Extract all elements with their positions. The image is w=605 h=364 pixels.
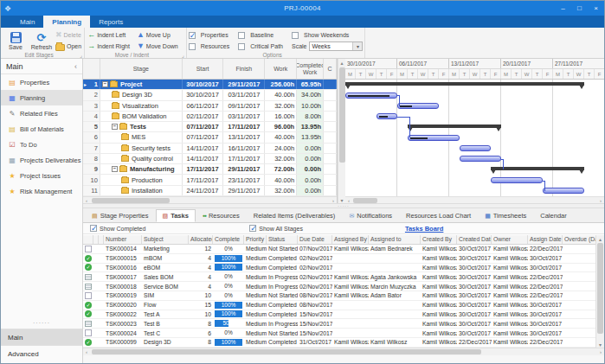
task-col-header-number[interactable]: Number: [104, 235, 142, 244]
gantt-task-bar-security-tests[interactable]: [460, 145, 491, 151]
stage-row[interactable]: 1▸−Project30/10/201729/11/2017256.00h65.…: [83, 80, 337, 90]
sidebar-item-bill-of-materials[interactable]: ▤Bill of Materials: [1, 121, 82, 137]
task-col-header-owner[interactable]: Owner: [492, 235, 528, 244]
stage-row[interactable]: 10Production17/11/201723/11/201740.00h0.…: [83, 175, 337, 185]
task-table-vscrollbar[interactable]: ▴ ▾: [595, 235, 604, 348]
task-col-header-status[interactable]: Status: [267, 235, 298, 244]
sidebar-item-to-do[interactable]: ☑To Do: [1, 137, 82, 152]
task-col-header-assigned-to[interactable]: Assigned to: [369, 235, 421, 244]
sidebar-item-planning[interactable]: ▦Planning: [1, 90, 82, 105]
gantt-summary-bar-project[interactable]: [345, 82, 584, 86]
stage-row[interactable]: 2Design 3D30/10/201703/11/201740.00h34.0…: [83, 90, 337, 100]
task-col-header-subject[interactable]: Subject: [142, 235, 189, 244]
tab-related-items-deliverables[interactable]: Related Items (Deliverables): [247, 209, 343, 222]
task-row[interactable]: ✓TSK000020Flow15100%MediumCompleted08/No…: [83, 301, 595, 310]
show-weekends-checkbox[interactable]: Show Weekends: [292, 29, 364, 41]
task-row[interactable]: TSK000018Service BOM40%MediumIn Progress…: [83, 282, 595, 291]
tab-notifications[interactable]: ✉Notifications: [342, 209, 399, 222]
refresh-button[interactable]: ⟳Refresh: [29, 29, 55, 53]
scroll-left-icon[interactable]: ‹: [83, 348, 90, 355]
sidebar-item-projects-deliverables[interactable]: ▦Projects Deliverables: [1, 152, 82, 168]
scroll-thumb[interactable]: [597, 243, 603, 334]
task-col-header-created-by[interactable]: Created By: [421, 235, 457, 244]
stage-row[interactable]: 6MES07/11/201713/11/201740.00h13.95h: [83, 132, 337, 143]
task-row[interactable]: ✓TSK000015mBOM4100%MediumCompleted02/Nov…: [83, 254, 595, 264]
stage-row[interactable]: 4BOM Validation02/11/201703/11/201716.00…: [83, 112, 337, 122]
scroll-right-icon[interactable]: ›: [597, 197, 604, 203]
gantt-summary-bar-tests[interactable]: [408, 125, 501, 128]
dialog-launcher-icon[interactable]: ⌟: [182, 52, 184, 58]
dialog-launcher-icon[interactable]: ⌟: [80, 52, 82, 58]
gantt-task-bar-installation[interactable]: [543, 188, 584, 194]
task-row[interactable]: ✓TSK000022Test A10100%MediumCompleted15/…: [83, 310, 595, 320]
critical-path-checkbox[interactable]: Critical Path: [238, 41, 283, 52]
gantt-task-bar-bom-validation[interactable]: [377, 113, 397, 119]
show-all-stages-checkbox[interactable]: Show All Stages: [249, 223, 303, 234]
task-col-header-due-date[interactable]: Due Date: [298, 235, 332, 244]
not-started-checkbox-icon[interactable]: [85, 292, 92, 299]
task-row[interactable]: TSK000017Sales BOM40%MediumIn Progress02…: [83, 272, 595, 282]
stage-col-header-c[interactable]: C: [324, 59, 337, 79]
tasks-board-link[interactable]: Tasks Board: [405, 225, 443, 233]
task-col-header-allocated[interactable]: Allocated: [189, 235, 213, 244]
not-started-checkbox-icon[interactable]: [85, 246, 92, 252]
baseline-checkbox[interactable]: Baseline: [238, 29, 283, 41]
properties-checkbox[interactable]: Properties: [189, 29, 229, 41]
task-row[interactable]: TSK000014Marketing120%MediumNot Started0…: [83, 245, 595, 254]
close-button[interactable]: ×: [588, 1, 604, 16]
task-table-hscrollbar[interactable]: ‹ ›: [83, 348, 604, 355]
sidebar-item-risk-management[interactable]: ★Risk Management: [1, 183, 82, 199]
task-col-header-complete[interactable]: Complete: [213, 235, 244, 244]
sidebar-item-related-files[interactable]: ✎Related Files: [1, 105, 82, 121]
scroll-down-icon[interactable]: ▾: [596, 341, 604, 348]
task-col-header-assigned-by[interactable]: Assigned By: [332, 235, 369, 244]
scroll-thumb[interactable]: [339, 67, 345, 163]
stage-row[interactable]: 8Quality control14/11/201717/11/201732.0…: [83, 154, 337, 164]
stage-row[interactable]: 11Installation24/11/201729/11/201732.00h…: [83, 186, 337, 196]
show-completed-checkbox[interactable]: Show Completed: [90, 223, 145, 234]
checkbox-icon[interactable]: [90, 225, 97, 232]
sidebar-splitter-handle[interactable]: ······: [1, 320, 82, 329]
task-row[interactable]: ✓TSK000016eBOM4100%MediumCompleted02/Nov…: [83, 264, 595, 273]
checkbox-icon[interactable]: [292, 32, 299, 39]
sidebar-item-project-issues[interactable]: ★Project Issues: [1, 168, 82, 183]
scroll-right-icon[interactable]: ›: [597, 348, 604, 355]
task-col-header-assign-date[interactable]: Assign Date: [528, 235, 563, 244]
gantt-task-bar-design-3d[interactable]: [345, 93, 397, 99]
sidebar-view-advanced[interactable]: Advanced: [1, 345, 82, 361]
task-row[interactable]: TSK000024Test C60%MediumNot Started15/No…: [83, 329, 595, 338]
gantt-summary-bar-manufacturing[interactable]: [491, 167, 584, 170]
open-button[interactable]: Open: [55, 41, 81, 52]
stage-row[interactable]: 5−Tests07/11/201717/11/201796.00h13.95h: [83, 122, 337, 132]
chevron-down-icon[interactable]: ▾: [352, 42, 362, 50]
resources-checkbox[interactable]: Resources: [189, 41, 229, 52]
ribbon-tab-reports[interactable]: Reports: [90, 16, 132, 28]
stage-row[interactable]: 3Visualization06/11/201709/11/201732.00h…: [83, 101, 337, 112]
ribbon-tab-main[interactable]: Main: [11, 16, 43, 28]
move-down-button[interactable]: ▼Move Down: [137, 41, 178, 52]
collapse-node-icon[interactable]: −: [102, 81, 108, 87]
checkbox-icon[interactable]: [249, 225, 256, 232]
stage-col-header-work[interactable]: Work: [265, 59, 297, 79]
collapse-node-icon[interactable]: −: [112, 166, 118, 172]
ribbon-tab-planning[interactable]: Planning: [43, 16, 90, 28]
stage-row[interactable]: 9−Manufacturing17/11/201729/11/201772.00…: [83, 164, 337, 175]
move-up-button[interactable]: ▲Move Up: [137, 29, 178, 41]
task-row[interactable]: TSK000019SIM100%MediumNot Started08/Nov/…: [83, 291, 595, 301]
minimize-button[interactable]: –: [555, 1, 571, 16]
task-col-header-created-date[interactable]: Created Date: [457, 235, 492, 244]
collapse-node-icon[interactable]: −: [112, 124, 118, 130]
task-row[interactable]: ✓TSK000099Design 3D8100%MediumCompleted3…: [83, 338, 595, 348]
tab-resources[interactable]: ●●Resources: [196, 209, 247, 222]
task-row[interactable]: TSK000023Test B850%MediumIn Progress15/N…: [83, 319, 595, 329]
stage-col-header-completed-work[interactable]: Completed Work: [297, 59, 324, 79]
gantt-task-bar-visualization[interactable]: [397, 103, 439, 109]
not-started-checkbox-icon[interactable]: [85, 329, 92, 336]
save-button[interactable]: Save: [3, 29, 29, 53]
stage-col-header-start[interactable]: Start: [183, 59, 224, 79]
sidebar-item-properties[interactable]: ▤Properties: [1, 74, 82, 90]
gantt-hscrollbar[interactable]: ‹ ›: [345, 196, 604, 203]
tab-calendar[interactable]: Calendar: [533, 209, 573, 222]
gantt-task-bar-production[interactable]: [491, 177, 543, 183]
tab-stage-properties[interactable]: ▤Stage Properties: [85, 209, 156, 222]
